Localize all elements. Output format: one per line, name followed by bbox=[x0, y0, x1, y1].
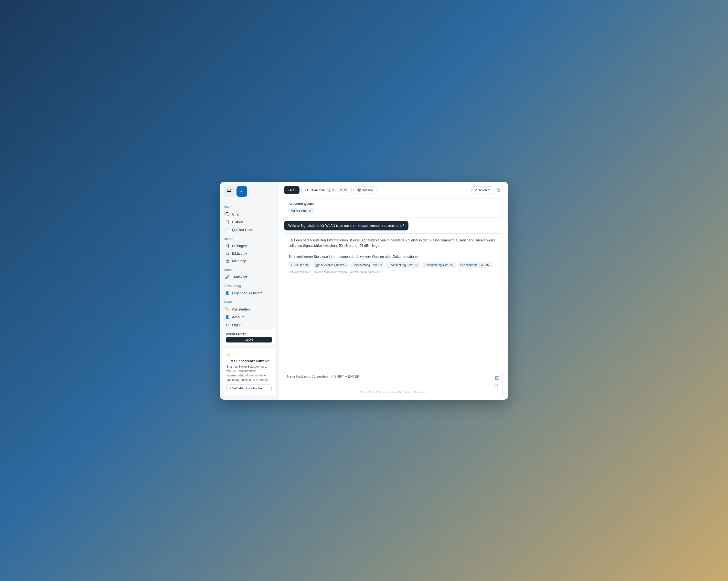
sidebar-item-account-label: Account bbox=[232, 315, 244, 319]
ai-tag-beobachtung-4-label: Beobachtung 4 WLAN bbox=[424, 264, 453, 267]
version-value: 1x bbox=[343, 189, 347, 192]
ai-response-paragraph-2: Bitte verifizieren Sie diese Information… bbox=[288, 255, 420, 258]
transkript-icon: 🎤 bbox=[225, 275, 230, 279]
chat-area: Aktivierte Quellen WLAN-Profi ✕ Welche S… bbox=[284, 198, 503, 368]
sidebar-item-transkript-label: Transkript bbox=[232, 275, 247, 279]
section-bilder-label: Bilder bbox=[224, 237, 275, 241]
user-message-bubble: Welche Signalstärke für WLAN ist in unse… bbox=[284, 221, 409, 230]
sidebar-item-chat[interactable]: 💬 Chat bbox=[223, 211, 275, 218]
credits-icon: 💡 bbox=[328, 189, 331, 192]
mindmap-icon: 🕸 bbox=[225, 259, 230, 263]
promo-title: LLMs unbegrenzt nutzen? bbox=[227, 359, 272, 363]
teilen-chevron-icon: ▾ bbox=[488, 188, 490, 192]
sidebar-item-transkript[interactable]: 🎤 Transkript bbox=[223, 273, 275, 281]
credits-badge: 💡 98 bbox=[326, 188, 337, 192]
message-input[interactable] bbox=[287, 375, 492, 389]
credits-value: 98 bbox=[332, 189, 335, 192]
ki-label: KI bbox=[240, 189, 243, 193]
new-button-label: + Neu bbox=[287, 188, 296, 192]
promo-button[interactable]: › Selbstlernkurs buchen bbox=[227, 385, 272, 392]
model-label: GPT-4o mini bbox=[307, 188, 325, 192]
teilen-label: Teilen bbox=[478, 188, 487, 192]
user-name: Anton Lehrer bbox=[226, 332, 272, 336]
sidebar-item-logout[interactable]: ↩ Logout bbox=[223, 321, 275, 329]
ai-tag-quellen[interactable]: ggf. relevante Quellen › bbox=[313, 262, 348, 268]
sidebar-item-legenden[interactable]: 👤 Legenden-Assistent bbox=[223, 289, 275, 297]
copy-answer-button[interactable]: Antwort kopieren bbox=[288, 271, 311, 274]
sidebar-item-erzeugen[interactable]: 🖼 Erzeugen bbox=[223, 242, 275, 250]
account-icon: 👤 bbox=[225, 315, 230, 319]
sidebar-item-account[interactable]: 👤 Account bbox=[223, 313, 275, 321]
promo-text: Erfahren Sie im Selbstlernkurs, wie Sie … bbox=[227, 364, 272, 382]
model-arrow-icon: › bbox=[305, 188, 306, 192]
bildarchiv-icon: 🗂 bbox=[225, 251, 230, 256]
section-audio-label: Audio bbox=[224, 268, 275, 272]
ai-tag-beobachtung-1[interactable]: Beobachtung 1 WLAN bbox=[458, 262, 492, 268]
markdown-button[interactable]: Reines Markdown zeigen bbox=[314, 271, 347, 274]
sidebar-item-historie-label: Historie bbox=[232, 220, 243, 224]
section-fortbildung-label: Fortbildung bbox=[224, 284, 275, 288]
sources-title: Aktivierte Quellen bbox=[288, 202, 498, 205]
version-badge: 🖥 1x bbox=[338, 188, 348, 192]
user-message-text: Welche Signalstärke für WLAN ist in unse… bbox=[288, 224, 404, 227]
history-icon: 📋 bbox=[225, 220, 230, 224]
sidebar-item-logout-label: Logout bbox=[232, 323, 242, 327]
new-button[interactable]: + Neu bbox=[284, 186, 300, 194]
promo-card: ∞ LLMs unbegrenzt nutzen? Erfahren Sie i… bbox=[223, 348, 275, 395]
info-icon: ℹ bbox=[291, 264, 292, 267]
attach-file-button[interactable]: 🖼 bbox=[494, 375, 500, 381]
teilen-share-icon: ↗ bbox=[475, 188, 477, 192]
sources-card: Aktivierte Quellen WLAN-Profi ✕ bbox=[284, 198, 503, 218]
sidebar-item-assistenten-label: Assistenten bbox=[232, 307, 250, 311]
legenden-icon: 👤 bbox=[225, 291, 230, 295]
section-profil-label: Profil bbox=[224, 301, 275, 304]
sidebar-item-quellen-chat[interactable]: 📄 Quellen-Chat bbox=[223, 226, 275, 234]
ai-tags-container: ℹ Erläuterung ggf. relevante Quellen › B… bbox=[288, 262, 498, 268]
ai-response: Laut den bereitgestellten Informationen … bbox=[284, 233, 503, 277]
version-icon: 🖥 bbox=[340, 189, 343, 192]
building-logo: 🏛 bbox=[224, 186, 235, 197]
ai-tag-beobachtung-1-label: Beobachtung 1 WLAN bbox=[460, 264, 489, 267]
promo-chevron-icon: › bbox=[230, 386, 231, 390]
teilen-button[interactable]: ↗ Teilen ▾ bbox=[471, 186, 493, 194]
erzeugen-icon: 🖼 bbox=[225, 244, 230, 248]
sidebar-item-mindmap[interactable]: 🕸 Mindmap bbox=[223, 257, 275, 265]
source-tag-wlan: WLAN-Profi ✕ bbox=[288, 208, 314, 214]
ai-tag-beobachtung-2[interactable]: Beobachtung 2 WLAN bbox=[386, 262, 420, 268]
ai-tag-beobachtung-9[interactable]: Beobachtung 9 WLAN bbox=[350, 262, 385, 268]
logout-icon: ↩ bbox=[225, 323, 230, 327]
user-section: Anton Lehrer 100% bbox=[223, 329, 275, 345]
sidebar-bottom: Anton Lehrer 100% ∞ LLMs unbegrenzt nutz… bbox=[223, 329, 275, 395]
ki-logo: KI bbox=[236, 186, 247, 197]
input-actions: 🖼 ✈ bbox=[494, 375, 500, 389]
ai-response-text: Laut den bereitgestellten Informationen … bbox=[288, 238, 498, 259]
progress-label: 100% bbox=[245, 338, 253, 341]
source-tag-label: WLAN-Profi bbox=[291, 209, 307, 213]
wissen-icon: 📚 bbox=[357, 188, 361, 192]
toolbar: + Neu › GPT-4o mini 💡 98 🖥 1x 📚 Wissen bbox=[284, 186, 503, 194]
chat-icon: 💬 bbox=[225, 212, 230, 217]
send-icon: ✈ bbox=[495, 384, 499, 388]
sidebar-item-assistenten[interactable]: ✏️ Assistenten bbox=[223, 305, 275, 313]
send-button[interactable]: ✈ bbox=[494, 383, 500, 389]
logo-area: 🏛 KI bbox=[223, 186, 275, 197]
source-tag-remove-icon[interactable]: ✕ bbox=[309, 209, 311, 213]
sidebar: 🏛 KI Chat 💬 Chat 📋 Historie 📄 Quellen-Ch… bbox=[220, 182, 279, 399]
sidebar-item-legenden-label: Legenden-Assistent bbox=[232, 291, 262, 295]
delete-button[interactable]: 🗑 bbox=[495, 187, 503, 194]
user-message: Welche Signalstärke für WLAN ist in unse… bbox=[284, 221, 409, 230]
mindmap-button[interactable]: als Mindmap darstellen bbox=[350, 271, 380, 274]
wissen-button[interactable]: 📚 Wissen bbox=[354, 186, 376, 194]
sidebar-item-quellen-label: Quellen-Chat bbox=[232, 228, 252, 232]
sidebar-item-bildarchiv[interactable]: 🗂 Bildarchiv bbox=[223, 250, 275, 257]
ai-response-paragraph-1: Laut den bereitgestellten Informationen … bbox=[288, 238, 495, 248]
sidebar-item-mindmap-label: Mindmap bbox=[232, 259, 246, 263]
ai-tag-erlaeuterung[interactable]: ℹ Erläuterung bbox=[288, 262, 311, 268]
source-tags-container: WLAN-Profi ✕ bbox=[288, 208, 498, 214]
ai-tag-beobachtung-4[interactable]: Beobachtung 4 WLAN bbox=[422, 262, 456, 268]
model-selector[interactable]: › GPT-4o mini 💡 98 🖥 1x bbox=[302, 186, 352, 194]
promo-icon: ∞ bbox=[227, 351, 272, 358]
ai-tag-beobachtung-2-label: Beobachtung 2 WLAN bbox=[389, 264, 418, 267]
sidebar-item-chat-label: Chat bbox=[232, 212, 239, 216]
sidebar-item-historie[interactable]: 📋 Historie bbox=[223, 218, 275, 226]
